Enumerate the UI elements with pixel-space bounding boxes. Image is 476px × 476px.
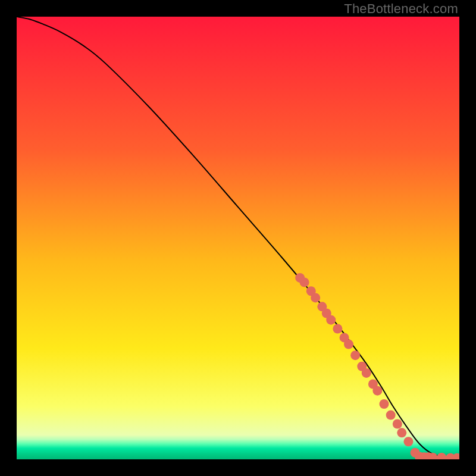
data-point <box>386 411 396 420</box>
data-point <box>362 368 371 378</box>
data-point <box>403 437 413 446</box>
data-point <box>397 428 406 437</box>
data-point <box>300 277 309 287</box>
data-point <box>344 340 353 349</box>
data-point <box>380 399 389 409</box>
chart-plot-area <box>17 17 459 459</box>
watermark-text: TheBottleneck.com <box>344 1 458 17</box>
chart-svg <box>17 17 459 459</box>
chart-frame: TheBottleneck.com <box>0 0 476 476</box>
data-point <box>326 315 336 325</box>
data-point <box>372 386 382 396</box>
data-point <box>393 419 402 428</box>
data-point <box>311 293 320 302</box>
data-point <box>350 350 360 360</box>
data-point <box>333 324 342 334</box>
gradient-background <box>17 17 459 459</box>
